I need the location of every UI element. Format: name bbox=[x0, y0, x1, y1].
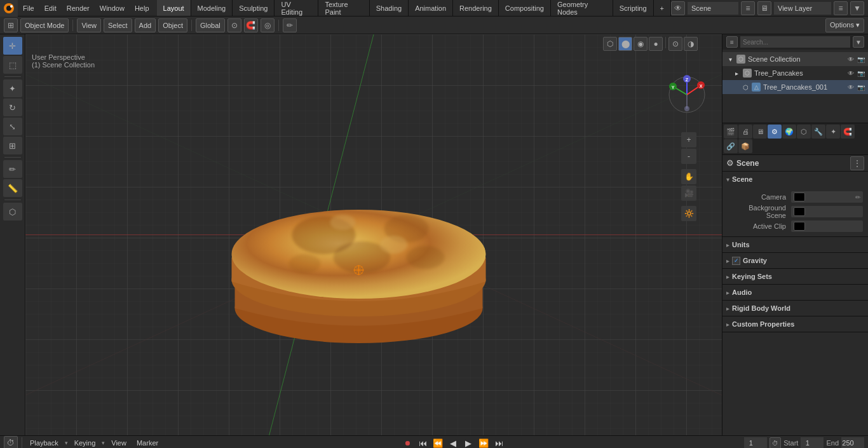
current-frame-input[interactable]: 1 bbox=[744, 437, 767, 448]
navigation-gizmo[interactable]: Z X Y bbox=[665, 72, 709, 117]
rendered-btn[interactable]: ● bbox=[649, 37, 663, 51]
view-layer-selector[interactable] bbox=[774, 2, 831, 15]
rotate-tool[interactable]: ↻ bbox=[3, 98, 22, 116]
options-btn[interactable]: Options ▾ bbox=[825, 18, 864, 32]
menu-file[interactable]: File bbox=[18, 0, 39, 16]
wireframe-btn[interactable]: ⬡ bbox=[603, 37, 617, 51]
workspace-modeling[interactable]: Modeling bbox=[191, 0, 233, 16]
zoom-in-btn[interactable]: + bbox=[681, 132, 696, 147]
marker-menu[interactable]: Marker bbox=[133, 437, 162, 448]
menu-edit[interactable]: Edit bbox=[39, 0, 62, 16]
props-tab-modifier[interactable]: 🔧 bbox=[811, 125, 825, 139]
keying-sets-section-header[interactable]: ▸ Keying Sets bbox=[722, 269, 868, 284]
props-tab-world[interactable]: 🌍 bbox=[782, 125, 796, 139]
props-tab-particles[interactable]: ✦ bbox=[826, 125, 840, 139]
camera-btn[interactable]: 🎥 bbox=[681, 186, 696, 201]
workspace-layout[interactable]: Layout bbox=[157, 0, 191, 16]
keying-menu[interactable]: Keying bbox=[71, 437, 100, 448]
zoom-out-btn[interactable]: - bbox=[681, 149, 696, 164]
tp001-render-btn[interactable]: 📷 bbox=[857, 83, 865, 92]
units-section-header[interactable]: ▸ Units bbox=[722, 237, 868, 252]
material-btn[interactable]: ◉ bbox=[634, 37, 648, 51]
props-tab-data[interactable]: 📦 bbox=[738, 139, 752, 153]
props-options-btn[interactable]: ⋮ bbox=[850, 156, 864, 170]
cursor-tool[interactable]: ✛ bbox=[3, 37, 22, 55]
annotate-tool[interactable]: ✏ bbox=[3, 160, 22, 178]
overlay-btn[interactable]: ⊙ bbox=[668, 37, 682, 51]
object-mode-btn[interactable]: Object Mode bbox=[20, 18, 69, 32]
menu-render[interactable]: Render bbox=[62, 0, 95, 16]
props-tab-scene[interactable]: ⚙ bbox=[768, 125, 782, 139]
workspace-scripting[interactable]: Scripting bbox=[613, 0, 654, 16]
workspace-geometry-nodes[interactable]: Geometry Nodes bbox=[551, 0, 613, 16]
scene-section-header[interactable]: ▾ Scene bbox=[722, 172, 868, 187]
move-tool[interactable]: ✦ bbox=[3, 79, 22, 97]
shading-btn[interactable]: ◑ bbox=[684, 37, 698, 51]
solid-btn[interactable]: ⬤ bbox=[618, 37, 632, 51]
gpencil-btn[interactable]: ✏ bbox=[283, 18, 297, 32]
bg-scene-value[interactable] bbox=[791, 206, 863, 217]
record-btn[interactable]: ⏺ bbox=[401, 437, 414, 448]
gravity-section-header[interactable]: ▸ ✓ Gravity bbox=[722, 253, 868, 268]
pan-btn[interactable]: ✋ bbox=[681, 169, 696, 184]
outliner-search[interactable] bbox=[740, 36, 850, 48]
camera-value[interactable]: ✏ bbox=[791, 191, 863, 203]
active-clip-value[interactable] bbox=[791, 221, 863, 232]
rigid-body-section-header[interactable]: ▸ Rigid Body World bbox=[722, 301, 868, 316]
view-menu-btn[interactable]: View bbox=[77, 18, 101, 32]
transform-tool[interactable]: ⊞ bbox=[3, 137, 22, 154]
object-menu-btn[interactable]: Object bbox=[158, 18, 187, 32]
viewport[interactable]: User Perspective (1) Scene Collection Z … bbox=[25, 34, 722, 435]
play-forward-btn[interactable]: ▶ bbox=[462, 437, 475, 448]
start-frame-input[interactable]: 1 bbox=[801, 437, 824, 448]
props-tab-render[interactable]: 🎬 bbox=[724, 125, 738, 139]
camera-edit-icon[interactable]: ✏ bbox=[855, 194, 860, 201]
select-menu-btn[interactable]: Select bbox=[104, 18, 132, 32]
transform-global-btn[interactable]: Global bbox=[196, 18, 225, 32]
scene-options-btn[interactable]: ≡ bbox=[741, 1, 755, 15]
workspace-uv-editing[interactable]: UV Editing bbox=[275, 0, 318, 16]
scene-selector[interactable] bbox=[688, 2, 738, 15]
props-tab-output[interactable]: 🖨 bbox=[738, 125, 752, 139]
view-menu[interactable]: View bbox=[107, 437, 130, 448]
menu-window[interactable]: Window bbox=[95, 0, 130, 16]
restrict-render-btn[interactable]: 📷 bbox=[857, 55, 865, 64]
filter-btn[interactable]: ▼ bbox=[850, 1, 864, 15]
tp-render-btn[interactable]: 📷 bbox=[857, 69, 865, 78]
props-tab-object[interactable]: ⬡ bbox=[797, 125, 811, 139]
workspace-rendering[interactable]: Rendering bbox=[453, 0, 499, 16]
tp001-viewport-btn[interactable]: 👁 bbox=[846, 83, 855, 92]
workspace-shading[interactable]: Shading bbox=[370, 0, 409, 16]
view-layer-options[interactable]: ≡ bbox=[834, 1, 848, 15]
render-preview-btn[interactable]: 🔆 bbox=[681, 206, 696, 221]
play-back-btn[interactable]: ◀ bbox=[447, 437, 459, 448]
audio-section-header[interactable]: ▸ Audio bbox=[722, 285, 868, 300]
props-tab-physics[interactable]: 🧲 bbox=[841, 125, 855, 139]
measure-tool[interactable]: 📏 bbox=[3, 179, 22, 197]
step-back-btn[interactable]: ⏪ bbox=[431, 437, 444, 448]
add-cube-tool[interactable]: ⬡ bbox=[3, 203, 22, 221]
outliner-row-tree-pancakes-001[interactable]: ⬡ △ Tree_Pancakes_001 👁 📷 bbox=[722, 80, 868, 94]
menu-help[interactable]: Help bbox=[130, 0, 154, 16]
outliner-row-scene-collection[interactable]: ▾ ⬡ Scene Collection 👁 📷 bbox=[722, 52, 868, 66]
props-tab-view-layer[interactable]: 🖥 bbox=[753, 125, 767, 139]
scene-icon-btn[interactable]: 👁 bbox=[671, 1, 685, 15]
tp-viewport-btn[interactable]: 👁 bbox=[846, 69, 855, 78]
add-menu-btn[interactable]: Add bbox=[135, 18, 156, 32]
gravity-checkbox[interactable]: ✓ bbox=[732, 257, 740, 265]
workspace-sculpting[interactable]: Sculpting bbox=[233, 0, 275, 16]
workspace-texture-paint[interactable]: Texture Paint bbox=[318, 0, 369, 16]
view-layer-icon[interactable]: 🖥 bbox=[757, 1, 771, 15]
jump-end-btn[interactable]: ⏭ bbox=[492, 437, 505, 448]
outliner-row-tree-pancakes[interactable]: ▸ ⬡ Tree_Pancakes 👁 📷 bbox=[722, 66, 868, 80]
transform-pivot-btn[interactable]: ⊙ bbox=[227, 18, 241, 32]
step-forward-btn[interactable]: ⏩ bbox=[477, 437, 490, 448]
playback-menu[interactable]: Playback bbox=[26, 437, 62, 448]
outliner-filter-btn[interactable]: ▼ bbox=[853, 36, 864, 48]
workspace-animation[interactable]: Animation bbox=[409, 0, 453, 16]
playback-options-btn[interactable]: ⏱ bbox=[770, 437, 781, 448]
workspace-compositing[interactable]: Compositing bbox=[499, 0, 551, 16]
props-tab-constraints[interactable]: 🔗 bbox=[724, 139, 738, 153]
select-tool[interactable]: ⬚ bbox=[3, 56, 22, 74]
workspace-add[interactable]: + bbox=[654, 0, 671, 16]
